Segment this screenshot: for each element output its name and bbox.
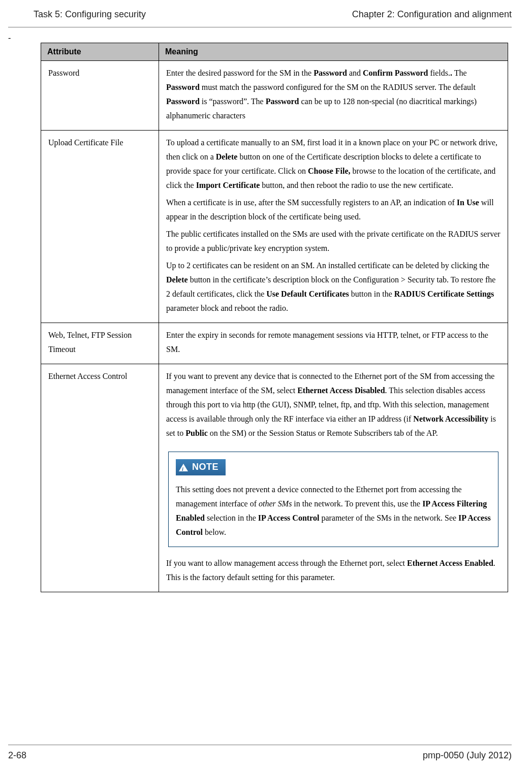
text-bold: Use Default Certificates — [266, 290, 349, 298]
text: Enter the expiry in seconds for remote m… — [166, 328, 500, 357]
text: parameter block and reboot the radio. — [166, 304, 288, 312]
note-label-text: NOTE — [192, 459, 218, 475]
meaning-cell-password: Enter the desired password for the SM in… — [159, 61, 508, 131]
header-rule — [8, 27, 512, 27]
text-bold: Password — [166, 83, 200, 91]
stray-dash: - — [8, 34, 512, 43]
attr-cell-web-timeout: Web, Telnet, FTP Session Timeout — [41, 323, 159, 364]
text: Up to 2 certificates can be resident on … — [166, 261, 489, 270]
text: The — [452, 69, 467, 77]
meaning-cell-web-timeout: Enter the expiry in seconds for remote m… — [159, 323, 508, 364]
text-bold: Choose File, — [308, 167, 351, 175]
text: must match the password configured for t… — [200, 83, 476, 91]
table-row: Upload Certificate File To upload a cert… — [41, 131, 508, 323]
text: below. — [203, 528, 226, 536]
header-right: Chapter 2: Configuration and alignment — [352, 9, 512, 20]
text: on the SM) or the Session Status or Remo… — [208, 429, 438, 437]
attr-cell-password: Password — [41, 61, 159, 131]
text-bold: Network Accessibility — [413, 414, 488, 423]
meaning-cell-ethernet-access: If you want to prevent any device that i… — [159, 364, 508, 592]
text-bold: Password — [166, 97, 200, 106]
text-bold: Password — [314, 69, 347, 77]
text-bold: Confirm Password — [363, 69, 428, 77]
note-callout: NOTE This setting does not prevent a dev… — [168, 452, 498, 547]
page-footer: 2-68 pmp-0050 (July 2012) — [8, 745, 512, 761]
text-bold: Public — [185, 429, 208, 437]
text: If you want to allow management access t… — [166, 559, 407, 567]
text-bold: Delete — [216, 152, 238, 161]
text-bold: Delete — [166, 275, 188, 284]
text: fields. — [428, 69, 450, 77]
page-header: Task 5: Configuring security Chapter 2: … — [34, 9, 512, 27]
attr-cell-ethernet-access: Ethernet Access Control — [41, 364, 159, 592]
text: button, and then reboot the radio to use… — [260, 181, 453, 189]
text-bold: RADIUS Certificate Settings — [394, 290, 494, 298]
col-header-attribute: Attribute — [41, 43, 159, 61]
table-row: Ethernet Access Control If you want to p… — [41, 364, 508, 592]
header-left: Task 5: Configuring security — [34, 9, 146, 20]
text-bold: IP Access Control — [258, 514, 320, 522]
text: and — [347, 69, 363, 77]
footer-doc-id: pmp-0050 (July 2012) — [423, 750, 512, 761]
footer-page-number: 2-68 — [8, 750, 26, 761]
text: button in the — [349, 290, 394, 298]
text-bold: In Use — [457, 198, 479, 207]
meaning-cell-upload-cert: To upload a certificate manually to an S… — [159, 131, 508, 323]
text: in the network. To prevent this, use the — [292, 499, 422, 508]
text-bold: Password — [266, 97, 299, 106]
text: The public certificates installed on the… — [166, 227, 500, 255]
attr-cell-upload-cert: Upload Certificate File — [41, 131, 159, 323]
text: Enter the desired password for the SM in… — [166, 69, 314, 77]
text: parameter of the SMs in the network. See — [319, 514, 458, 522]
text: is “password”. The — [200, 97, 266, 106]
col-header-meaning: Meaning — [159, 43, 508, 61]
warning-triangle-icon — [179, 464, 188, 471]
table-row: Password Enter the desired password for … — [41, 61, 508, 131]
text-italic: other SMs — [259, 499, 292, 508]
table-row: Web, Telnet, FTP Session Timeout Enter t… — [41, 323, 508, 364]
text: selection in the — [205, 514, 258, 522]
note-badge: NOTE — [176, 459, 226, 475]
attribute-meaning-table: Attribute Meaning Password Enter the des… — [41, 43, 508, 592]
text: When a certificate is in use, after the … — [166, 198, 457, 207]
text-bold: Import Certificate — [196, 181, 260, 189]
text-bold: Ethernet Access Disabled — [297, 386, 385, 395]
text-bold: Ethernet Access Enabled — [407, 559, 493, 567]
